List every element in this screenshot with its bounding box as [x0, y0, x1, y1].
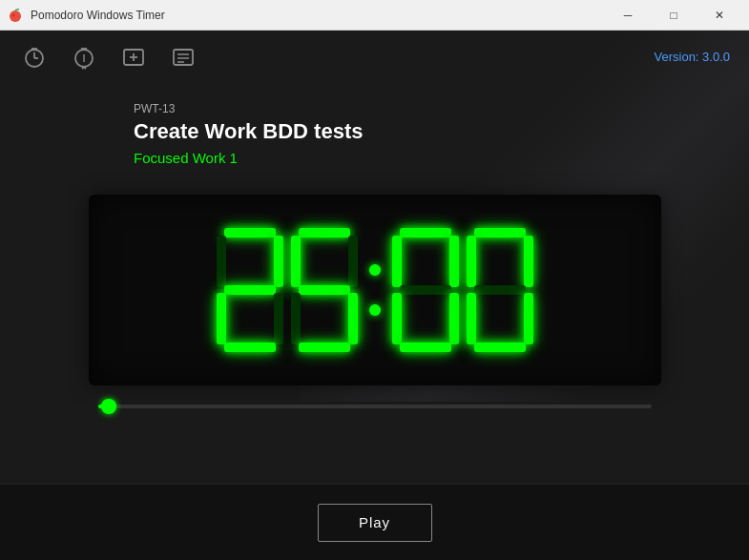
svg-point-1: [12, 13, 15, 16]
task-title: Create Work BDD tests: [134, 119, 615, 144]
app-icon: [8, 8, 23, 23]
task-phase: Focused Work 1: [134, 150, 615, 166]
task-info: PWT-13 Create Work BDD tests Focused Wor…: [0, 83, 749, 176]
app-body: Version: 3.0.0 PWT-13 Create Work BDD te…: [0, 31, 749, 560]
timer-display: [89, 195, 661, 385]
window-title: Pomodoro Windows Timer: [31, 9, 165, 22]
minimize-button[interactable]: ─: [606, 0, 650, 31]
play-button[interactable]: Play: [318, 504, 432, 542]
add-task-icon[interactable]: [118, 42, 149, 73]
progress-track[interactable]: [98, 404, 652, 408]
digit-tens-minutes: [217, 228, 283, 352]
version-label: Version: 3.0.0: [655, 50, 731, 64]
main-content: PWT-13 Create Work BDD tests Focused Wor…: [0, 83, 749, 484]
maximize-button[interactable]: □: [652, 0, 696, 31]
colon-separator: [369, 264, 381, 316]
task-list-icon[interactable]: [168, 42, 198, 73]
digit-units-seconds: [467, 228, 533, 352]
progress-area: [89, 404, 661, 408]
titlebar: Pomodoro Windows Timer ─ □ ✕: [0, 0, 749, 31]
colon-dot-bottom: [369, 304, 381, 316]
seven-segment-display: [217, 228, 533, 352]
svg-point-0: [10, 10, 21, 22]
task-id: PWT-13: [134, 102, 615, 115]
toolbar: Version: 3.0.0: [0, 31, 749, 83]
titlebar-left: Pomodoro Windows Timer: [8, 8, 165, 23]
titlebar-controls: ─ □ ✕: [606, 0, 741, 31]
timer-icon[interactable]: [19, 42, 50, 73]
settings-icon[interactable]: [69, 42, 99, 73]
progress-thumb[interactable]: [101, 399, 116, 414]
bottom-bar: Play: [0, 484, 749, 560]
digit-tens-seconds: [392, 228, 459, 352]
colon-dot-top: [369, 264, 381, 276]
close-button[interactable]: ✕: [697, 0, 741, 31]
digit-units-minutes: [291, 228, 358, 352]
